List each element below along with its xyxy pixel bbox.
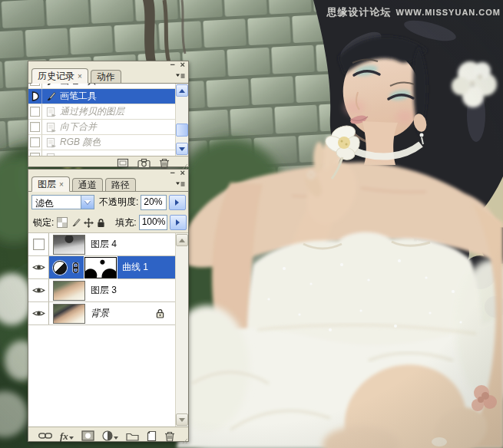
history-state-pointer-icon — [31, 91, 39, 101]
visibility-toggle[interactable] — [28, 279, 49, 301]
history-tabstrip: 历史记录 × 动作 — [28, 68, 188, 84]
history-source-checkbox[interactable] — [28, 120, 42, 134]
lock-fill-row: 锁定: 填充: 100% — [28, 212, 188, 232]
tab-history-close-icon[interactable]: × — [78, 72, 82, 81]
history-footer — [28, 156, 188, 170]
layer-thumbnail[interactable] — [53, 235, 85, 255]
opacity-label: 不透明度: — [99, 196, 138, 209]
history-minimize-button[interactable]: − — [170, 61, 175, 68]
layers-panel-menu-button[interactable] — [174, 180, 187, 189]
panel-menu-icon — [175, 180, 186, 189]
mask-link-icon[interactable] — [72, 262, 79, 273]
delete-state-button[interactable] — [159, 157, 170, 169]
history-source-checkbox[interactable] — [28, 150, 42, 156]
history-source-checkbox[interactable] — [28, 84, 42, 88]
tab-layers[interactable]: 图层 × — [31, 176, 70, 192]
opacity-value-field[interactable]: 20% — [141, 195, 167, 210]
new-group-button[interactable] — [126, 430, 139, 442]
blend-mode-dropdown-button[interactable] — [81, 196, 94, 209]
layer-mask-thumbnail[interactable] — [84, 257, 117, 278]
layer-thumbnail[interactable] — [53, 281, 85, 301]
visibility-off-checkbox — [33, 239, 45, 250]
scrollbar-thumb[interactable] — [176, 124, 188, 137]
new-document-from-state-button[interactable] — [117, 157, 129, 169]
scroll-down-button[interactable] — [176, 143, 188, 155]
delete-layer-button[interactable] — [164, 430, 175, 442]
visibility-toggle[interactable] — [28, 302, 49, 324]
triangle-up-icon — [179, 89, 185, 93]
resize-grip[interactable] — [180, 436, 187, 443]
visibility-toggle[interactable] — [28, 256, 49, 278]
document-icon — [42, 153, 59, 156]
layer-row-layer3[interactable]: 图层 3 — [28, 279, 175, 302]
history-item-undone[interactable]: 向下合并 — [28, 120, 175, 135]
lock-all-button[interactable] — [97, 216, 105, 229]
brush-tool-icon — [42, 84, 59, 87]
layer-name[interactable]: 图层 3 — [91, 284, 117, 297]
layer-thumbnail[interactable] — [53, 304, 85, 324]
new-snapshot-button[interactable] — [137, 157, 151, 169]
mini-arrow-icon — [114, 436, 118, 440]
layers-tabstrip: 图层 × 通道 路径 — [28, 176, 188, 192]
lock-paint-button[interactable] — [71, 216, 81, 229]
merge-down-icon — [42, 122, 59, 133]
scroll-up-button[interactable] — [176, 84, 188, 97]
history-source-checkbox[interactable] — [28, 104, 42, 119]
layer-row-background[interactable]: 背景 — [28, 302, 175, 325]
chevron-down-icon — [84, 200, 91, 204]
layers-close-button[interactable]: × — [180, 170, 185, 176]
tab-history[interactable]: 历史记录 × — [31, 68, 88, 84]
link-layers-button[interactable] — [38, 430, 52, 442]
history-panel-menu-button[interactable] — [174, 71, 187, 81]
layers-titlebar: − × — [28, 170, 188, 176]
history-source-checkbox[interactable] — [28, 135, 42, 150]
triangle-down-icon — [179, 147, 185, 151]
fill-value-field[interactable]: 100% — [139, 215, 167, 230]
layer-name[interactable]: 背景 — [91, 307, 109, 320]
history-item[interactable]: 画笔工具 — [28, 84, 175, 89]
layer-name[interactable]: 曲线 1 — [122, 261, 148, 274]
tab-paths[interactable]: 路径 — [105, 178, 136, 191]
eye-icon — [32, 263, 45, 272]
history-list-body: 画笔工具 画笔工具 通过拷贝的图层 — [28, 84, 188, 156]
eye-icon — [32, 286, 45, 295]
opacity-slider-button[interactable] — [169, 195, 186, 210]
background-lock — [156, 308, 164, 318]
eye-icon — [32, 309, 45, 318]
add-mask-icon — [81, 430, 94, 441]
scroll-down-button[interactable] — [176, 413, 188, 426]
curves-adjustment-icon[interactable] — [53, 261, 67, 275]
history-item-clipped[interactable] — [28, 150, 175, 156]
camera-icon — [137, 158, 151, 168]
layers-minimize-button[interactable]: − — [170, 170, 175, 176]
layer-name[interactable]: 图层 4 — [91, 238, 117, 251]
arrow-right-icon — [176, 219, 180, 226]
history-item-selected[interactable]: 画笔工具 — [28, 89, 175, 104]
blend-mode-select[interactable]: 滤色 — [31, 195, 94, 209]
add-layer-mask-button[interactable] — [81, 430, 94, 442]
tab-channels[interactable]: 通道 — [72, 178, 103, 191]
tab-channels-label: 通道 — [78, 179, 97, 192]
history-state-pointer[interactable] — [28, 89, 42, 104]
lock-position-button[interactable] — [84, 216, 94, 229]
layers-list: 图层 4 曲线 1 — [28, 233, 175, 427]
layers-scrollbar[interactable] — [175, 233, 188, 427]
blend-opacity-row: 滤色 不透明度: 20% — [28, 192, 188, 212]
tab-layers-close-icon[interactable]: × — [59, 180, 64, 189]
tab-actions[interactable]: 动作 — [91, 70, 121, 83]
layer-row-layer4[interactable]: 图层 4 — [28, 233, 175, 256]
new-adjustment-layer-button[interactable] — [102, 430, 118, 442]
fill-slider-button[interactable] — [170, 215, 187, 230]
scroll-up-button[interactable] — [176, 234, 188, 246]
history-item-undone[interactable]: 通过拷贝的图层 — [28, 104, 175, 120]
layer-style-button[interactable]: fx — [60, 430, 74, 442]
visibility-toggle[interactable] — [28, 233, 49, 255]
history-close-button[interactable]: × — [180, 61, 185, 68]
panel-menu-icon — [175, 72, 186, 81]
history-item-undone[interactable]: RGB 颜色 — [28, 135, 175, 150]
lock-transparency-button[interactable] — [57, 216, 68, 229]
history-scrollbar[interactable] — [175, 84, 188, 156]
new-layer-button[interactable] — [147, 430, 157, 442]
layer-row-curves1-selected[interactable]: 曲线 1 — [28, 256, 175, 279]
arrow-right-icon — [175, 199, 179, 206]
